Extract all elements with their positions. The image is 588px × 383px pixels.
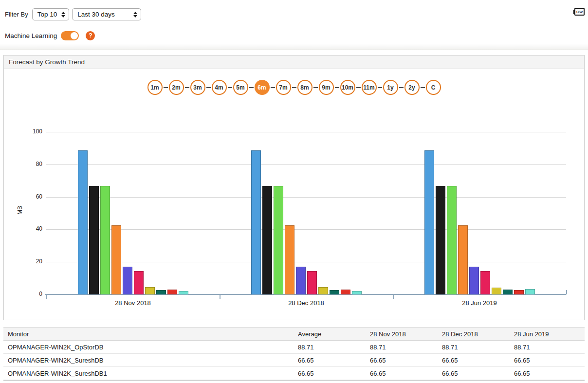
bar[interactable] (156, 290, 166, 294)
range-button-6m[interactable]: 6m (255, 80, 270, 95)
bar[interactable] (424, 150, 434, 294)
value-cell: 66.65 (294, 370, 366, 377)
bar[interactable] (480, 271, 490, 294)
y-axis-label: MB (17, 206, 23, 215)
bar[interactable] (318, 287, 328, 294)
range-connector (164, 87, 168, 88)
bar[interactable] (458, 225, 468, 294)
column-header-monitor: Monitor (3, 330, 294, 338)
forecast-bar-chart: MB 02040608010028 Nov 201828 Dec 201828 … (4, 95, 584, 318)
y-tick-label: 100 (8, 128, 42, 135)
range-button-2m[interactable]: 2m (169, 80, 184, 95)
top-n-select[interactable]: Top 10 (32, 8, 70, 20)
table-row[interactable]: OPMANAGER-WIN2K_SureshDB166.6566.6566.65… (3, 367, 585, 380)
monitor-name-cell: OPMANAGER-WIN2K_SureshDB (3, 357, 294, 364)
range-button-C[interactable]: C (426, 80, 441, 95)
range-button-2y[interactable]: 2y (404, 80, 420, 95)
value-cell: 66.65 (510, 370, 585, 377)
bar[interactable] (111, 225, 121, 294)
csv-icon-label: CSV (576, 10, 583, 14)
bar[interactable] (145, 287, 155, 294)
bar[interactable] (123, 267, 132, 294)
x-axis-label: 28 Dec 2018 (220, 299, 393, 307)
csv-export-icon[interactable]: CSV (574, 8, 585, 16)
value-cell: 66.65 (438, 370, 510, 377)
toggle-knob (71, 32, 78, 39)
range-connector (399, 87, 404, 88)
range-button-5m[interactable]: 5m (233, 80, 248, 95)
range-connector (249, 87, 254, 88)
bar-group-3 (393, 132, 566, 294)
column-header-28-nov-2018: 28 Nov 2018 (366, 330, 438, 338)
x-axis-label: 28 Jun 2019 (393, 299, 566, 307)
column-header-28-jun-2019: 28 Jun 2019 (510, 330, 585, 338)
bar[interactable] (296, 267, 306, 294)
bar[interactable] (251, 150, 261, 294)
table-header-row: MonitorAverage28 Nov 201828 Dec 201828 J… (3, 327, 585, 341)
bar[interactable] (341, 290, 350, 294)
bar[interactable] (307, 271, 317, 294)
bar[interactable] (89, 186, 99, 294)
range-connector (378, 87, 382, 88)
table-row[interactable]: OPMANAGER-WIN2K_OpStorDB88.7188.7188.718… (3, 341, 585, 354)
bar[interactable] (514, 290, 524, 294)
bar[interactable] (274, 186, 283, 294)
panel-title: Forecast by Growth Trend (4, 55, 584, 69)
range-connector (421, 87, 425, 88)
bar[interactable] (100, 186, 110, 294)
range-connector (335, 87, 339, 88)
select-arrows-icon (133, 12, 137, 18)
range-connector (313, 87, 318, 88)
column-header-average: Average (294, 330, 366, 338)
monitor-table: MonitorAverage28 Nov 201828 Dec 201828 J… (3, 327, 585, 381)
range-button-1m[interactable]: 1m (147, 80, 163, 95)
range-button-4m[interactable]: 4m (212, 80, 227, 95)
bar[interactable] (436, 186, 445, 294)
range-button-8m[interactable]: 8m (297, 80, 312, 95)
bar[interactable] (78, 150, 88, 294)
plot-area (46, 132, 566, 294)
monitor-name-cell: OPMANAGER-WIN2K_SureshDB1 (3, 370, 294, 377)
bar[interactable] (469, 267, 479, 294)
value-cell: 88.71 (510, 344, 585, 351)
top-n-selected-value: Top 10 (37, 11, 57, 18)
value-cell: 88.71 (438, 344, 510, 351)
y-tick-label: 60 (8, 193, 42, 200)
bar[interactable] (179, 291, 188, 294)
bar[interactable] (352, 291, 362, 294)
help-icon[interactable]: ? (86, 31, 95, 40)
bar[interactable] (503, 290, 513, 294)
table-row[interactable]: OPMANAGER-WIN2K_SureshDB66.6566.6566.656… (3, 354, 585, 367)
forecast-panel: Forecast by Growth Trend 1m2m3m4m5m6m7m8… (3, 55, 585, 320)
section-divider (0, 44, 588, 50)
filter-by-label: Filter By (5, 11, 28, 18)
bar[interactable] (492, 288, 501, 294)
range-button-1y[interactable]: 1y (383, 80, 398, 95)
y-tick-label: 20 (8, 258, 42, 265)
value-cell: 66.65 (366, 357, 438, 364)
bar[interactable] (285, 225, 294, 294)
range-connector (228, 87, 232, 88)
period-select[interactable]: Last 30 days (72, 8, 141, 20)
range-button-10m[interactable]: 10m (340, 80, 355, 95)
x-axis-tick (220, 294, 220, 299)
column-header-28-dec-2018: 28 Dec 2018 (438, 330, 510, 338)
bar[interactable] (167, 290, 177, 294)
machine-learning-toggle[interactable] (61, 31, 79, 40)
range-button-3m[interactable]: 3m (190, 80, 205, 95)
bar[interactable] (262, 186, 272, 294)
x-axis-tick (46, 294, 47, 299)
x-axis-tick (393, 294, 394, 299)
bar[interactable] (330, 290, 339, 294)
bar-group-2 (220, 132, 393, 294)
bar[interactable] (134, 271, 144, 294)
range-connector (185, 87, 189, 88)
bar[interactable] (525, 289, 535, 294)
range-button-11m[interactable]: 11m (362, 80, 377, 95)
y-tick-label: 80 (8, 161, 42, 167)
value-cell: 88.71 (294, 344, 366, 351)
range-connector (356, 87, 361, 88)
bar[interactable] (447, 186, 457, 294)
range-button-9m[interactable]: 9m (319, 80, 334, 95)
range-button-7m[interactable]: 7m (276, 80, 291, 95)
